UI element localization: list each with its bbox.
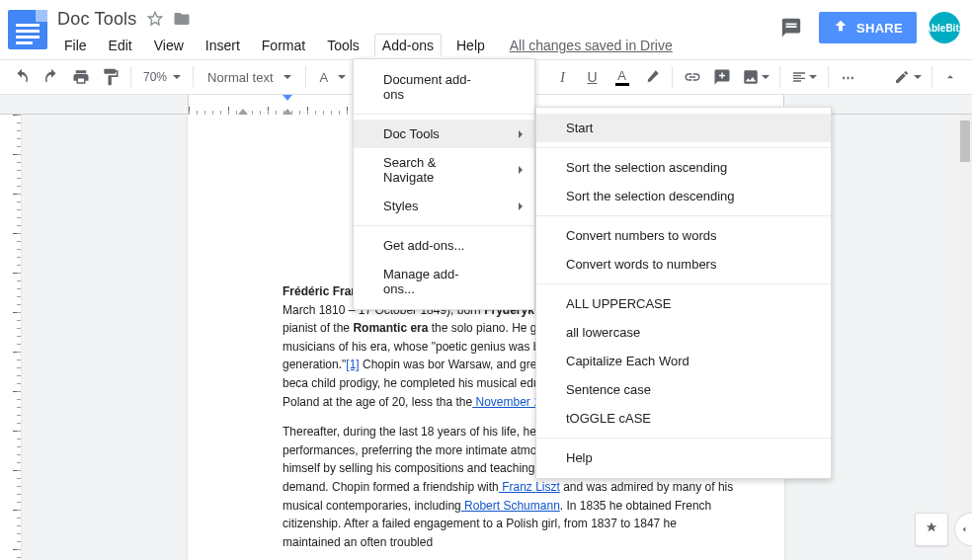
toolbar-separator (779, 66, 780, 88)
share-label: SHARE (856, 21, 903, 36)
scrollbar-thumb[interactable] (960, 120, 970, 162)
share-button[interactable]: SHARE (819, 12, 917, 43)
doc-tools-submenu: Start Sort the selection ascending Sort … (535, 107, 832, 479)
submenu-item-help[interactable]: Help (536, 443, 831, 472)
menu-separator (536, 438, 831, 439)
italic-button[interactable]: I (549, 63, 577, 91)
menu-item-label: Convert numbers to words (566, 228, 716, 243)
align-button[interactable] (786, 63, 822, 91)
submenu-item-toggle[interactable]: tOGGLE cASE (536, 404, 831, 433)
paragraph-style-select[interactable]: Normal text (200, 70, 298, 85)
menu-separator (354, 225, 534, 226)
submenu-item-sort-desc[interactable]: Sort the selection descending (536, 182, 831, 210)
document-title[interactable]: Doc Tools (57, 9, 137, 30)
redo-button[interactable] (38, 63, 65, 91)
wiki-link[interactable]: Robert Schumann (461, 499, 560, 513)
menu-item-document-addons[interactable]: Document add-ons (354, 65, 534, 109)
chevron-down-icon (914, 75, 922, 79)
menu-item-label: Sort the selection ascending (566, 160, 727, 175)
menu-addons[interactable]: Add-ons (374, 34, 442, 57)
side-panel-toggle[interactable] (954, 513, 972, 546)
print-button[interactable] (67, 63, 95, 91)
menu-tools[interactable]: Tools (320, 35, 366, 56)
menu-item-label: Capitalize Each Word (566, 354, 689, 368)
menu-item-label: Get add-ons... (383, 238, 464, 253)
submenu-item-start[interactable]: Start (536, 114, 831, 142)
menu-item-label: Doc Tools (383, 126, 440, 141)
menu-item-search-navigate[interactable]: Search & Navigate (354, 148, 534, 192)
save-status[interactable]: All changes saved in Drive (510, 38, 673, 53)
vertical-ruler[interactable] (0, 115, 22, 560)
zoom-select[interactable]: 70% (137, 70, 187, 84)
menu-item-doc-tools[interactable]: Doc Tools (354, 120, 534, 148)
docs-logo-icon[interactable] (8, 10, 47, 49)
menu-item-manage-addons[interactable]: Manage add-ons... (354, 260, 534, 303)
underline-button[interactable]: U (579, 63, 607, 91)
submenu-item-sentence[interactable]: Sentence case (536, 375, 831, 404)
insert-image-button[interactable] (738, 63, 773, 91)
menu-format[interactable]: Format (255, 35, 312, 56)
chevron-down-icon (173, 75, 181, 79)
app-header: Doc Tools File Edit View Insert Format T… (0, 0, 972, 59)
svg-marker-0 (148, 12, 161, 25)
text: the (452, 395, 472, 409)
title-row: Doc Tools (57, 6, 775, 32)
menu-item-get-addons[interactable]: Get add-ons... (354, 231, 534, 260)
submenu-item-num-to-words[interactable]: Convert numbers to words (536, 221, 831, 250)
paint-format-button[interactable] (97, 63, 124, 91)
font-value: A (320, 70, 329, 85)
highlight-color-button[interactable] (638, 63, 666, 91)
menu-item-label: Search & Navigate (383, 155, 485, 185)
explore-button[interactable] (915, 513, 948, 546)
more-tools-button[interactable]: ⋯ (835, 63, 862, 91)
add-comment-button[interactable] (708, 63, 736, 91)
toolbar-separator (828, 66, 829, 88)
zoom-value: 70% (143, 70, 167, 84)
menu-help[interactable]: Help (449, 35, 492, 56)
comments-button[interactable] (775, 12, 807, 43)
toolbar-separator (672, 66, 673, 88)
menu-insert[interactable]: Insert (199, 35, 247, 56)
menu-item-label: Sentence case (566, 382, 651, 397)
menu-item-styles[interactable]: Styles (354, 192, 534, 220)
submenu-item-words-to-num[interactable]: Convert words to numbers (536, 250, 831, 279)
chevron-down-icon (284, 75, 291, 79)
menu-separator (354, 114, 534, 115)
move-folder-icon[interactable] (173, 10, 191, 28)
submenu-item-capitalize[interactable]: Capitalize Each Word (536, 347, 831, 375)
submenu-arrow-icon (519, 202, 523, 210)
vertical-scrollbar[interactable] (958, 115, 972, 560)
text: musicians of his era, whose "poetic geni… (283, 340, 575, 354)
submenu-item-lower[interactable]: all lowercase (536, 318, 831, 347)
menu-item-label: Sort the selection descending (566, 189, 735, 203)
insert-link-button[interactable] (679, 63, 706, 91)
menu-separator (536, 215, 831, 216)
addons-dropdown: Document add-ons Doc Tools Search & Navi… (353, 58, 535, 310)
submenu-arrow-icon (519, 130, 523, 138)
first-line-indent-marker[interactable] (283, 95, 292, 101)
menu-view[interactable]: View (147, 35, 191, 56)
collapse-toolbar-button[interactable] (936, 63, 964, 91)
menu-separator (536, 147, 831, 148)
menu-file[interactable]: File (57, 35, 94, 56)
chevron-down-icon (762, 75, 770, 79)
undo-button[interactable] (8, 63, 36, 91)
header-center: Doc Tools File Edit View Insert Format T… (57, 6, 775, 57)
submenu-item-sort-asc[interactable]: Sort the selection ascending (536, 153, 831, 182)
text-color-button[interactable]: A (608, 63, 636, 91)
account-avatar[interactable]: AbleBits (929, 12, 960, 43)
chevron-down-icon (338, 75, 346, 79)
font-select[interactable]: A (312, 70, 358, 85)
submenu-item-upper[interactable]: ALL UPPERCASE (536, 289, 831, 318)
menu-edit[interactable]: Edit (102, 35, 139, 56)
menu-item-label: Help (566, 450, 593, 465)
menu-item-label: ALL UPPERCASE (566, 296, 671, 311)
submenu-arrow-icon (519, 166, 523, 174)
wiki-link[interactable]: Franz Liszt (499, 480, 560, 494)
editing-mode-button[interactable] (888, 63, 928, 91)
menu-item-label: Manage add-ons... (383, 267, 485, 296)
star-icon[interactable] (147, 11, 163, 27)
reference-link[interactable]: [1] (346, 358, 359, 371)
menu-item-label: Styles (383, 199, 418, 213)
menu-bar: File Edit View Insert Format Tools Add-o… (57, 34, 775, 57)
